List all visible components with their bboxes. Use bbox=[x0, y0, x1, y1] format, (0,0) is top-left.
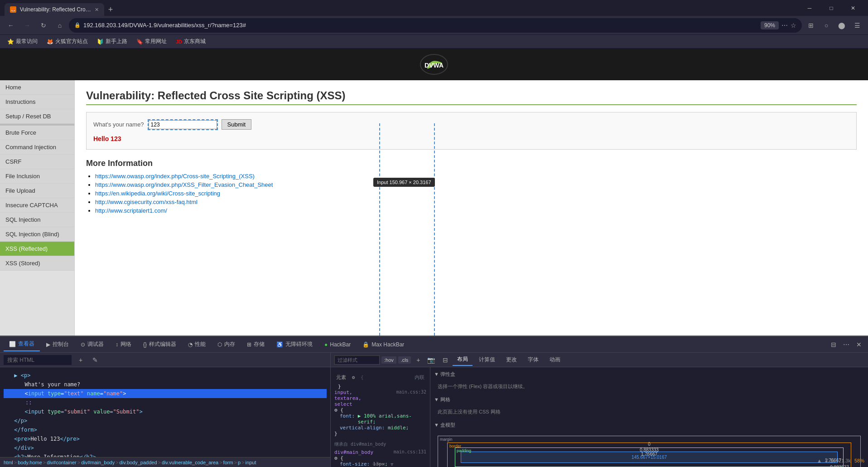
minimize-button[interactable]: ─ bbox=[799, 2, 820, 15]
forward-button[interactable]: → bbox=[20, 18, 34, 33]
link-2[interactable]: https://www.owasp.org/index.php/XSS_Filt… bbox=[95, 181, 273, 188]
sidebar-item-brute[interactable]: Brute Force bbox=[0, 126, 74, 140]
inspector-icon: ⬜ bbox=[9, 341, 16, 347]
name-input[interactable] bbox=[149, 120, 217, 129]
dom-line-selected[interactable]: <input type="text" name="name"> bbox=[4, 389, 327, 398]
devtools-dock-button[interactable]: ⊟ bbox=[828, 339, 839, 350]
sidebar-item-instructions[interactable]: Instructions bbox=[0, 95, 74, 109]
active-tab[interactable]: 🦊 Vulnerability: Reflected Cros... ✕ bbox=[5, 3, 104, 16]
styles-tab-changes[interactable]: 更改 bbox=[502, 354, 521, 365]
link-5[interactable]: http://www.scriptalert1.com/ bbox=[95, 207, 167, 214]
bc-body[interactable]: body.home bbox=[18, 460, 42, 465]
link-4[interactable]: http://www.cgisecurity.com/xss-faq.html bbox=[95, 199, 198, 205]
hov-button[interactable]: :hov bbox=[381, 356, 396, 364]
side-by-side-button[interactable]: ⊟ bbox=[440, 355, 451, 365]
bc-vulnerable[interactable]: div.vulnerable_code_area bbox=[162, 460, 218, 465]
form-row: What's your name? Submit bbox=[93, 119, 849, 130]
devtools-tab-storage[interactable]: ⊞ 存储 bbox=[241, 338, 270, 351]
cls-button[interactable]: .cls bbox=[398, 356, 411, 364]
devtools-close-button[interactable]: ✕ bbox=[854, 339, 864, 350]
css-source-1: main.css:32 bbox=[396, 389, 426, 407]
border-right-val: 0.883333 bbox=[830, 465, 849, 467]
bc-html[interactable]: html bbox=[4, 460, 13, 465]
devtools-more-button[interactable]: ⋯ bbox=[841, 339, 852, 350]
element-settings-icon[interactable]: ⚙ bbox=[348, 372, 359, 383]
devtools-tab-accessibility[interactable]: ♿ 无障碍环境 bbox=[271, 338, 318, 351]
bookmarks-bar: ⭐ 最常访问 🦊 火狐官方站点 🔰 新手上路 🔖 常用网址 JD 京东商城 bbox=[0, 35, 868, 49]
dom-pick-element-button[interactable]: ✎ bbox=[90, 355, 101, 365]
bookmark-jd-logo: JD bbox=[176, 39, 182, 44]
sidebar-item-xss-stored[interactable]: XSS (Stored) bbox=[0, 256, 74, 271]
account-button[interactable]: ○ bbox=[819, 18, 834, 33]
back-button[interactable]: ← bbox=[4, 18, 18, 33]
sidebar-item-setup[interactable]: Setup / Reset DB bbox=[0, 109, 74, 124]
dom-add-node-button[interactable]: + bbox=[75, 355, 86, 365]
bc-p[interactable]: p bbox=[238, 460, 241, 465]
bc-body-padded[interactable]: div.body_padded bbox=[120, 460, 157, 465]
sidebar-item-sql[interactable]: SQL Injection bbox=[0, 213, 74, 227]
tab-area: 🦊 Vulnerability: Reflected Cros... ✕ + bbox=[5, 0, 796, 16]
devtools-tab-network[interactable]: ↕ 网络 bbox=[110, 338, 137, 351]
devtools-tab-memory[interactable]: ⬡ 内存 bbox=[212, 338, 241, 351]
home-button[interactable]: ⌂ bbox=[53, 18, 67, 33]
devtools-tab-inspector[interactable]: ⬜ 查看器 bbox=[4, 337, 40, 351]
devtools-tab-console[interactable]: ▶ 控制台 bbox=[41, 338, 74, 351]
more-options-icon[interactable]: ⋯ bbox=[781, 22, 788, 29]
new-tab-button[interactable]: + bbox=[104, 3, 117, 16]
more-info-section: More Information https://www.owasp.org/i… bbox=[86, 159, 857, 214]
sidebar-item-command[interactable]: Command Injection bbox=[0, 140, 74, 155]
style-filter-input[interactable] bbox=[334, 355, 380, 365]
input-tooltip: Input 150.967 × 20.3167 bbox=[373, 178, 435, 187]
menu-button[interactable]: ☰ bbox=[850, 18, 864, 33]
extensions-button[interactable]: ⊞ bbox=[804, 18, 818, 33]
styles-tab-fonts[interactable]: 字体 bbox=[523, 354, 543, 365]
close-button[interactable]: ✕ bbox=[843, 2, 863, 15]
console-icon: ▶ bbox=[46, 341, 50, 348]
bc-form[interactable]: form bbox=[223, 460, 233, 465]
maximize-button[interactable]: □ bbox=[821, 2, 842, 15]
link-3[interactable]: https://en.wikipedia.org/wiki/Cross-site… bbox=[95, 190, 220, 197]
bookmark-firefox[interactable]: 🦊 火狐官方站点 bbox=[43, 37, 92, 46]
refresh-button[interactable]: ↻ bbox=[36, 18, 51, 33]
sidebar-item-file-upload[interactable]: File Upload bbox=[0, 184, 74, 198]
devtools-stats: ▲ 7.1k 21.3k 58% bbox=[817, 458, 864, 463]
devtools-tab-performance[interactable]: ◔ 性能 bbox=[183, 338, 211, 351]
address-bar[interactable]: 🔒 192.168.203.149/DVWA-1.9/vulnerabiliti… bbox=[69, 18, 802, 33]
styles-tab-computed[interactable]: 计算值 bbox=[474, 354, 500, 365]
dom-search-input[interactable] bbox=[4, 355, 72, 365]
devtools-tab-debugger[interactable]: ⊙ 调试器 bbox=[75, 338, 109, 351]
bookmark-jd[interactable]: JD 京东商城 bbox=[172, 37, 209, 46]
submit-button[interactable]: Submit bbox=[222, 119, 251, 130]
bc-main-body[interactable]: div#main_body bbox=[81, 460, 115, 465]
result-text: Hello 123 bbox=[93, 135, 849, 142]
devtools-tab-hackbar[interactable]: ● HackBar bbox=[319, 339, 356, 350]
sidebar-item-xss-reflected[interactable]: XSS (Reflected) bbox=[0, 242, 74, 256]
styles-tab-animations[interactable]: 动画 bbox=[545, 354, 565, 365]
bookmark-xinshang[interactable]: 🔰 新手上路 bbox=[93, 37, 131, 46]
sidebar-item-file-inclusion[interactable]: File Inclusion bbox=[0, 169, 74, 184]
sidebar-item-csrf[interactable]: CSRF bbox=[0, 155, 74, 169]
bc-input[interactable]: input bbox=[246, 460, 256, 465]
sidebar-item-home[interactable]: Home bbox=[0, 80, 74, 95]
styles-tab-layout[interactable]: 布局 bbox=[453, 354, 473, 366]
bc-container[interactable]: div#container bbox=[47, 460, 76, 465]
tab-close-button[interactable]: ✕ bbox=[95, 7, 99, 13]
devtools-tab-max-hackbar[interactable]: 🔒 Max HackBar bbox=[357, 339, 410, 350]
lock-icon: 🔒 bbox=[74, 22, 81, 28]
devtools-tab-style-editor[interactable]: {} 样式编辑器 bbox=[138, 338, 182, 351]
css-filter-icon[interactable]: ▽ bbox=[391, 462, 393, 467]
stat-1: ▲ bbox=[817, 458, 822, 463]
sidebar-item-captcha[interactable]: Insecure CAPTCHA bbox=[0, 198, 74, 213]
tab-title: Vulnerability: Reflected Cros... bbox=[20, 6, 91, 13]
dom-breadcrumb: html > body.home > div#container > div#m… bbox=[0, 457, 330, 467]
add-rule-button[interactable]: + bbox=[413, 355, 424, 365]
bookmark-zuichang[interactable]: ⭐ 最常访问 bbox=[4, 37, 41, 46]
sync-button[interactable]: ⬤ bbox=[834, 18, 849, 33]
star-icon[interactable]: ☆ bbox=[791, 22, 796, 29]
sidebar-item-sql-blind[interactable]: SQL Injection (Blind) bbox=[0, 227, 74, 242]
main-content: Vulnerability: Reflected Cross Site Scri… bbox=[75, 80, 868, 336]
link-1[interactable]: https://www.owasp.org/index.php/Cross-si… bbox=[95, 173, 255, 180]
flex-hint: 选择一个弹性 (Flex) 容器或项目以继续。 bbox=[434, 381, 864, 392]
bookmark-changyong[interactable]: 🔖 常用网址 bbox=[133, 37, 170, 46]
snapshot-button[interactable]: 📷 bbox=[425, 355, 436, 365]
